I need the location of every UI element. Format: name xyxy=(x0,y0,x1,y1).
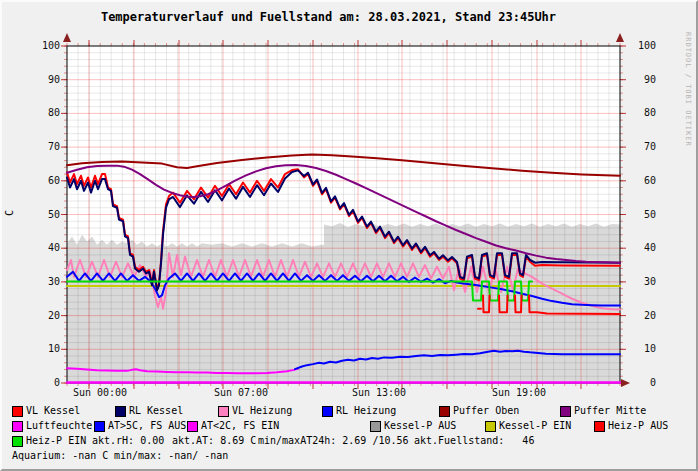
y-axis-tick-label-left: 100 xyxy=(22,40,60,52)
legend-label: Puffer Mitte xyxy=(574,405,646,416)
chart-svg xyxy=(2,2,698,471)
y-axis-tick-label-right: 10 xyxy=(628,343,656,355)
legend-swatch-at-2c-fs-ein xyxy=(187,421,198,432)
legend-swatch-kessel-p-aus xyxy=(370,421,381,432)
status-text: min/max: -nan/ -nan xyxy=(114,450,228,461)
y-axis-tick-label-right: 70 xyxy=(628,141,656,153)
legend-swatch-vl-heizung xyxy=(218,406,229,417)
legend-swatch-puffer-mitte xyxy=(560,406,571,417)
legend-label: RL Kessel xyxy=(129,405,183,416)
x-axis-tick-label: Sun 07:00 xyxy=(201,387,281,399)
y-axis-tick-label-left: 70 xyxy=(22,141,60,153)
y-axis-tick-label-right: 60 xyxy=(628,175,656,187)
y-axis-tick-label-right: 100 xyxy=(628,40,656,52)
x-axis-tick-label: Sun 19:00 xyxy=(479,387,559,399)
y-axis-tick-label-left: 20 xyxy=(22,310,60,322)
y-axis-tick-label-left: 40 xyxy=(22,242,60,254)
y-axis-tick-label-left: 30 xyxy=(22,276,60,288)
rrdtool-graph: Temperaturverlauf und Fuellstand am: 28.… xyxy=(0,0,698,471)
status-text: akt.rH: 0.00 xyxy=(92,435,164,446)
y-axis-tick-label-right: 90 xyxy=(628,74,656,86)
y-axis-tick-label-right: 40 xyxy=(628,242,656,254)
legend-swatch-puffer-oben xyxy=(439,406,450,417)
legend-label: VL Kessel xyxy=(26,405,80,416)
y-axis-tick-label-left: 60 xyxy=(22,175,60,187)
y-axis-tick-label-right: 20 xyxy=(628,310,656,322)
y-axis-tick-label-right: 0 xyxy=(628,377,656,389)
legend-label: Heiz-P AUS xyxy=(608,420,668,431)
status-text: min/maxAT24h: 2.69 /10.56 xyxy=(258,435,409,446)
arrow-up-right-icon xyxy=(616,33,624,42)
legend-label: Heiz-P EIN xyxy=(26,435,86,446)
y-axis-tick-label-left: 90 xyxy=(22,74,60,86)
y-axis-tick-label-left: 10 xyxy=(22,343,60,355)
y-axis-tick-label-left: 0 xyxy=(22,377,60,389)
legend-label: RL Heizung xyxy=(336,405,396,416)
status-text: akt.Fuellstand: 46 xyxy=(414,435,534,446)
status-text: akt.AT: 8.69 C xyxy=(172,435,256,446)
legend-label: Kessel-P AUS xyxy=(384,420,456,431)
legend-swatch-kessel-p-ein xyxy=(485,421,496,432)
legend-swatch-rl-kessel xyxy=(115,406,126,417)
arrow-up-left-icon xyxy=(63,33,71,42)
legend-swatch-luftfeuchte xyxy=(12,421,23,432)
legend-swatch-heiz-p-aus xyxy=(594,421,605,432)
legend-label: Luftfeuchte xyxy=(26,420,92,431)
status-text: Aquarium: -nan C xyxy=(12,450,108,461)
x-axis-tick-label: Sun 13:00 xyxy=(339,387,419,399)
y-axis-tick-label-left: 50 xyxy=(22,209,60,221)
y-axis-tick-label-right: 50 xyxy=(628,209,656,221)
legend-swatch-heiz-p-ein xyxy=(12,436,23,447)
legend-swatch-rl-heizung xyxy=(322,406,333,417)
legend-label: VL Heizung xyxy=(232,405,292,416)
legend-label: AT<2C, FS EIN xyxy=(201,420,279,431)
legend-swatch-at-5c-fs-aus xyxy=(94,421,105,432)
x-axis-tick-label: Sun 00:00 xyxy=(60,387,140,399)
legend-swatch-vl-kessel xyxy=(12,406,23,417)
legend-label: Kessel-P EIN xyxy=(499,420,571,431)
legend-label: AT>5C, FS AUS xyxy=(108,420,186,431)
legend-label: Puffer Oben xyxy=(453,405,519,416)
y-axis-tick-label-left: 80 xyxy=(22,107,60,119)
y-axis-tick-label-right: 30 xyxy=(628,276,656,288)
y-axis-tick-label-right: 80 xyxy=(628,107,656,119)
